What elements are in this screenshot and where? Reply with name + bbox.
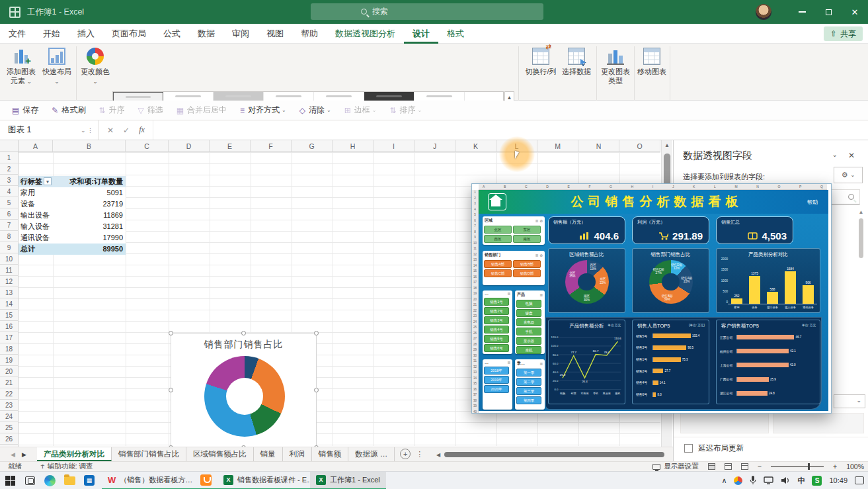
menu-tab-0[interactable]: 文件 xyxy=(0,24,34,44)
pivot-cell[interactable]: 11869 xyxy=(53,210,126,221)
column-header-G[interactable]: G xyxy=(292,140,333,152)
pivot-cell[interactable]: 家用 xyxy=(19,187,53,199)
dashboard-picture-overlay[interactable]: ABCDEFGHIJKLMNOPQ 1234567891011121314151… xyxy=(471,183,832,414)
menu-tab-10[interactable]: 设计 xyxy=(404,24,438,44)
minimize-button[interactable] xyxy=(789,0,815,24)
pivot-cell[interactable]: 输出设备 xyxy=(19,210,53,221)
sheet-tab-4[interactable]: 利润 xyxy=(283,447,312,461)
multiselect-icon[interactable]: ≣ xyxy=(535,219,539,223)
slicer-button[interactable]: 第四季 xyxy=(516,396,541,404)
slicer-product[interactable]: 产品≣ 电脑键盘充电器手机显示器座机 xyxy=(515,290,545,354)
avatar[interactable] xyxy=(756,4,771,20)
column-header-C[interactable]: C xyxy=(126,140,169,152)
donut-chart[interactable] xyxy=(171,333,316,447)
scroll-up-icon[interactable]: ▲ xyxy=(662,140,672,151)
hscroll-left-icon[interactable]: ◀ xyxy=(436,452,440,458)
slicer-button[interactable]: 2020年 xyxy=(484,385,509,393)
menu-tab-8[interactable]: 帮助 xyxy=(292,24,327,44)
category-bar-card[interactable]: 产品类别分析对比 2000150010005000252家用1375设备588输… xyxy=(716,248,820,313)
slicer-button[interactable]: 2018年 xyxy=(484,367,509,375)
menu-tab-7[interactable]: 视图 xyxy=(258,24,292,44)
select-data-button[interactable]: 选择数据 xyxy=(559,48,594,77)
close-button[interactable]: ✕ xyxy=(842,0,868,24)
slicer-quarter[interactable]: 季…≣ 第一季第二季第三季第四季 xyxy=(515,359,545,410)
pivot-cell[interactable]: 设备 xyxy=(19,199,53,210)
slicer-button[interactable]: 充电器 xyxy=(516,318,541,326)
clear-filter-icon[interactable]: ⊘ xyxy=(539,253,543,257)
sheet-menu-icon[interactable]: ⋮ xyxy=(416,447,423,461)
row-header-17[interactable]: 17 xyxy=(0,332,19,343)
slicer-button[interactable]: 销售2号 xyxy=(484,307,509,315)
quickbar-align[interactable]: ≡对齐方式⌄ xyxy=(235,103,292,118)
slicer-button[interactable]: 手机 xyxy=(516,328,541,335)
slicer-button[interactable]: 南区 xyxy=(513,235,541,243)
sheet-tab-0[interactable]: 产品类别分析对比 xyxy=(37,447,112,461)
row-header-8[interactable]: 8 xyxy=(0,231,19,242)
menu-tab-6[interactable]: 审阅 xyxy=(223,24,258,44)
row-header-10[interactable]: 10 xyxy=(0,253,19,265)
zoom-out-icon[interactable]: − xyxy=(758,463,762,470)
share-button[interactable]: ⇧ 共享 xyxy=(824,26,863,41)
slicer-button[interactable]: 销售1号 xyxy=(484,298,509,306)
column-header-J[interactable]: J xyxy=(414,140,455,152)
column-header-M[interactable]: M xyxy=(537,140,578,152)
confirm-entry-icon[interactable]: ✓ xyxy=(123,126,130,135)
slicer-button[interactable]: 销售6号 xyxy=(484,344,509,352)
slicer-button[interactable]: 第二季 xyxy=(516,378,541,386)
row-header-22[interactable]: 22 xyxy=(0,388,19,400)
sheet-tab-1[interactable]: 销售部门销售占比 xyxy=(112,447,186,461)
slicer-button[interactable]: 第三季 xyxy=(516,387,541,395)
menu-tab-4[interactable]: 公式 xyxy=(155,24,189,44)
row-header-2[interactable]: 2 xyxy=(0,163,19,175)
pane-close-icon[interactable]: ✕ xyxy=(848,151,855,160)
column-header-L[interactable]: L xyxy=(496,140,537,152)
department-donut-card[interactable]: 销售部门销售占比 销售D部12%销售A部22%销售B部39%销售C部27% xyxy=(632,248,709,313)
row-header-16[interactable]: 16 xyxy=(0,321,19,332)
display-settings-button[interactable]: 显示器设置 xyxy=(652,462,699,471)
row-header-11[interactable]: 11 xyxy=(0,265,19,276)
formula-input[interactable] xyxy=(153,120,868,140)
menu-tab-5[interactable]: 数据 xyxy=(189,24,223,44)
hidden-icons-chevron[interactable]: ∧ xyxy=(721,476,727,485)
region-donut-card[interactable]: 区域销售额占比 西区13%东区22%南区30%北区35% xyxy=(548,248,625,313)
multiselect-icon[interactable]: ≣ xyxy=(539,293,543,297)
accessibility-status[interactable]: ☥ 辅助功能: 调查 xyxy=(40,462,93,471)
pivot-table[interactable]: 行标签▾求和项:订单数量家用5091设备23719输出设备11869输入设备31… xyxy=(19,176,126,255)
column-header-K[interactable]: K xyxy=(455,140,496,152)
speaker-icon[interactable] xyxy=(781,476,790,484)
multiselect-icon[interactable]: ≣ xyxy=(507,361,510,365)
column-header-N[interactable]: N xyxy=(578,140,619,152)
row-header-6[interactable]: 6 xyxy=(0,208,19,220)
slicer-button[interactable]: 销售3号 xyxy=(484,316,509,324)
sheet-tab-6[interactable]: 数据源 … xyxy=(348,447,395,461)
sheet-tab-2[interactable]: 区域销售额占比 xyxy=(186,447,254,461)
multiselect-icon[interactable]: ≣ xyxy=(535,253,539,257)
slicer-button[interactable]: 键盘 xyxy=(516,309,541,317)
store-icon[interactable]: ▦ xyxy=(79,472,99,489)
customer-top-card[interactable]: 客户销售额TOP5 单位: 万元 江苏公司46.7杭州公司42.1上海公司42.… xyxy=(716,320,820,404)
menu-tab-1[interactable]: 开始 xyxy=(34,24,69,44)
sheet-nav-left-icon[interactable]: ◀ xyxy=(11,451,15,458)
multiselect-icon[interactable]: ≣ xyxy=(539,362,543,366)
product-line-card[interactable]: 产品销售额分析 单位 万元 0.020.040.060.080.0100.012… xyxy=(548,320,625,404)
move-chart-button[interactable]: 移动图表 xyxy=(635,48,669,77)
column-header-O[interactable]: O xyxy=(619,140,660,152)
menu-tab-11[interactable]: 格式 xyxy=(438,24,473,44)
axis-area-box[interactable] xyxy=(680,413,769,433)
slicer-button[interactable]: 2019年 xyxy=(484,376,509,384)
row-header-25[interactable]: 25 xyxy=(0,422,19,433)
zoom-slider[interactable] xyxy=(771,466,824,467)
file-explorer-icon[interactable] xyxy=(59,472,79,489)
sheet-nav-right-icon[interactable]: ▶ xyxy=(22,451,26,458)
pivot-cell[interactable]: 输入设备 xyxy=(19,221,53,232)
edge-icon[interactable] xyxy=(40,472,59,489)
column-header-E[interactable]: E xyxy=(210,140,251,152)
row-header-26[interactable]: 26 xyxy=(0,433,19,445)
slicer-button[interactable]: 销售D部 xyxy=(513,269,541,277)
pivot-chart-object[interactable]: 销售部门销售占比 xyxy=(171,333,317,447)
wps-tray-icon[interactable] xyxy=(734,476,742,485)
ime-icon[interactable]: 中 xyxy=(797,476,805,486)
pane-tools-button[interactable]: ⚙⌄ xyxy=(834,167,863,183)
insert-function-icon[interactable]: fx xyxy=(139,125,145,135)
multiselect-icon[interactable]: ≣ xyxy=(507,292,510,296)
